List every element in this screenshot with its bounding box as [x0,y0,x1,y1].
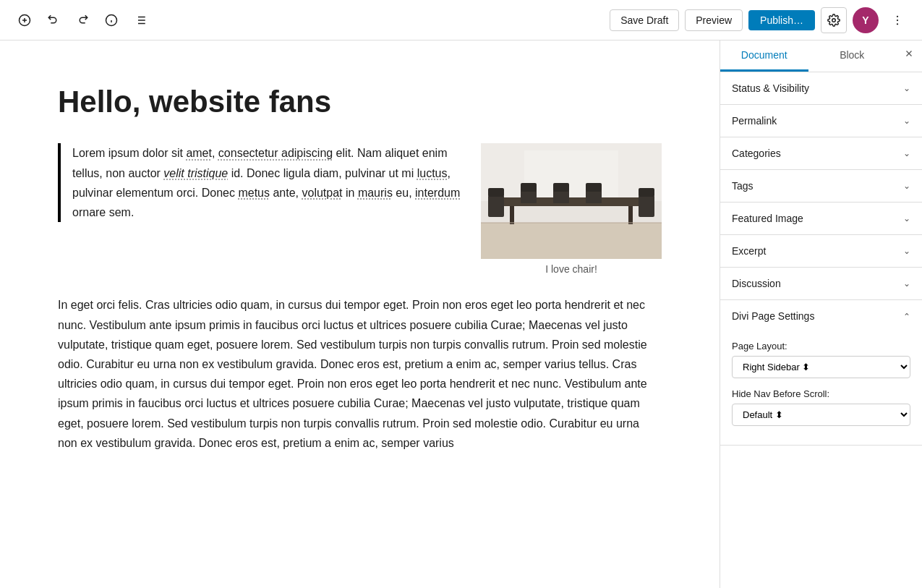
panel-label-discussion: Discussion [732,278,781,289]
svg-point-13 [897,15,898,17]
hide-nav-label: Hide Nav Before Scroll: [732,388,910,399]
svg-point-14 [897,19,898,20]
yoast-icon[interactable]: Y [853,7,879,33]
panel-discussion[interactable]: Discussion ⌄ [720,268,922,300]
svg-point-15 [897,23,898,25]
svg-rect-27 [553,190,569,203]
sidebar-panel-document: Status & Visibility ⌄ Permalink ⌄ Catego… [720,72,922,446]
svg-rect-30 [586,183,602,192]
undo-button[interactable] [40,7,67,33]
svg-rect-21 [510,206,514,224]
settings-button[interactable] [821,7,847,33]
svg-rect-24 [488,188,504,197]
panel-categories[interactable]: Categories ⌄ [720,137,922,170]
media-text-block: Lorem ipsum dolor sit amet, consectetur … [58,143,662,275]
panel-label-tags: Tags [732,180,754,192]
panel-tags[interactable]: Tags ⌄ [720,170,922,203]
panel-label-permalink: Permalink [732,115,777,127]
inline-image [481,143,662,259]
svg-rect-28 [553,183,569,192]
page-layout-select[interactable]: Right Sidebar ⬍ Left Sidebar Full Width … [732,356,910,378]
panel-featured-image[interactable]: Featured Image ⌄ [720,203,922,235]
svg-rect-22 [628,206,633,224]
main-layout: Hello, website fans Lorem ipsum dolor si… [0,41,922,588]
quote-text-block: Lorem ipsum dolor sit amet, consectetur … [58,143,464,222]
svg-rect-32 [639,188,654,197]
chevron-icon-categories: ⌄ [903,148,910,158]
chevron-icon-permalink: ⌄ [903,116,910,126]
tab-document[interactable]: Document [720,41,808,72]
panel-permalink[interactable]: Permalink ⌄ [720,105,922,137]
chevron-icon-excerpt: ⌄ [903,246,910,256]
chevron-icon-status: ⌄ [903,83,910,93]
image-caption: I love chair! [481,263,662,275]
panel-divi-settings: Divi Page Settings ⌄ Page Layout: Right … [720,300,922,446]
toolbar-right: Save Draft Preview Publish… Y [610,7,910,33]
toolbar: Save Draft Preview Publish… Y [0,0,922,41]
hide-nav-select[interactable]: Default ⬍ Enable Disable [732,404,910,426]
divi-settings-header[interactable]: Divi Page Settings ⌄ [720,300,922,332]
panel-label-featured-image: Featured Image [732,213,803,224]
svg-rect-25 [521,190,537,203]
post-title[interactable]: Hello, website fans [58,84,662,120]
redo-button[interactable] [69,7,95,33]
list-view-button[interactable] [127,7,153,33]
panel-label-categories: Categories [732,148,781,159]
panel-excerpt[interactable]: Excerpt ⌄ [720,235,922,268]
svg-rect-31 [639,195,654,217]
close-sidebar-button[interactable] [896,41,922,67]
divi-settings-content: Page Layout: Right Sidebar ⬍ Left Sideba… [720,332,922,445]
editor-area: Hello, website fans Lorem ipsum dolor si… [0,41,720,588]
svg-rect-29 [586,190,602,203]
svg-rect-19 [524,150,618,201]
chevron-icon-tags: ⌄ [903,181,910,191]
chevron-icon-featured-image: ⌄ [903,213,910,223]
toolbar-left [12,7,153,33]
body-paragraph: In eget orci felis. Cras ultricies odio … [58,295,662,453]
chevron-icon-discussion: ⌄ [903,278,910,289]
svg-point-12 [832,18,836,22]
tab-block[interactable]: Block [808,41,897,72]
panel-label-divi: Divi Page Settings [732,310,814,322]
quote-paragraph: Lorem ipsum dolor sit amet, consectetur … [72,143,464,222]
save-draft-button[interactable]: Save Draft [610,9,679,31]
publish-button[interactable]: Publish… [748,10,815,30]
image-block: I love chair! [481,143,662,275]
add-block-button[interactable] [12,7,38,33]
preview-button[interactable]: Preview [685,9,743,31]
panel-label-status: Status & Visibility [732,82,809,94]
page-layout-label: Page Layout: [732,341,910,351]
panel-status-visibility[interactable]: Status & Visibility ⌄ [720,72,922,105]
svg-rect-17 [481,223,662,259]
more-options-button[interactable] [884,7,910,33]
info-button[interactable] [98,7,124,33]
svg-rect-26 [521,183,537,192]
sidebar-tabs: Document Block [720,41,922,72]
svg-rect-23 [488,195,504,217]
sidebar: Document Block Status & Visibility ⌄ Per… [720,41,922,588]
panel-label-excerpt: Excerpt [732,245,766,257]
chevron-icon-divi: ⌄ [903,311,910,321]
